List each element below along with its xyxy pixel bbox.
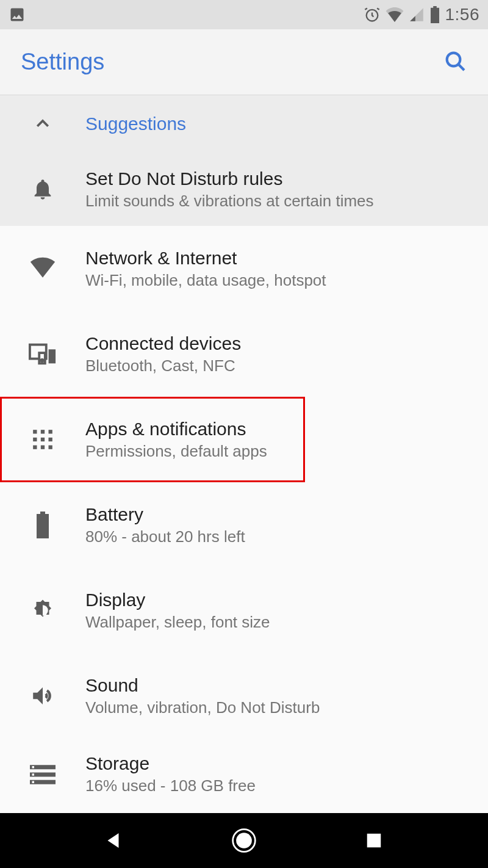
settings-item-display[interactable]: Display Wallpaper, sleep, font size (0, 568, 488, 653)
square-recents-icon (365, 831, 383, 850)
svg-point-1 (447, 52, 461, 66)
svg-rect-24 (367, 834, 381, 848)
brightness-icon (0, 598, 85, 623)
settings-item-sound[interactable]: Sound Volume, vibration, Do Not Disturb (0, 653, 488, 739)
suggestions-section: Suggestions Set Do Not Disturb rules Lim… (0, 95, 488, 226)
svg-rect-21 (32, 781, 35, 783)
item-title: Storage (85, 753, 473, 774)
circle-home-icon (231, 827, 257, 854)
settings-scroll[interactable]: Suggestions Set Do Not Disturb rules Lim… (0, 95, 488, 813)
svg-point-23 (236, 833, 252, 848)
svg-point-6 (41, 360, 43, 361)
storage-icon (0, 764, 85, 785)
svg-rect-12 (49, 438, 52, 441)
svg-rect-20 (32, 773, 35, 776)
svg-rect-13 (33, 446, 37, 449)
alarm-icon (364, 6, 381, 23)
settings-item-connected-devices[interactable]: Connected devices Bluetooth, Cast, NFC (0, 311, 488, 397)
battery-status-icon (429, 6, 440, 23)
suggestions-label: Suggestions (85, 114, 186, 134)
svg-rect-14 (41, 446, 45, 449)
svg-line-2 (458, 64, 464, 70)
item-sub: 16% used - 108 GB free (85, 776, 473, 795)
nav-back-button[interactable] (49, 830, 179, 852)
apps-icon (0, 428, 85, 451)
triangle-back-icon (103, 830, 125, 852)
svg-rect-10 (33, 438, 37, 441)
settings-item-battery[interactable]: Battery 80% - about 20 hrs left (0, 482, 488, 568)
suggestion-dnd-row[interactable]: Set Do Not Disturb rules Limit sounds & … (0, 153, 488, 226)
svg-rect-15 (49, 446, 52, 449)
settings-list: Network & Internet Wi-Fi, mobile, data u… (0, 226, 488, 795)
svg-rect-4 (49, 349, 56, 363)
svg-rect-19 (32, 766, 35, 769)
item-sub: Wi-Fi, mobile, data usage, hotspot (85, 271, 473, 290)
navigation-bar (0, 813, 488, 868)
chevron-up-icon (0, 115, 85, 133)
item-title: Display (85, 590, 473, 610)
item-title: Network & Internet (85, 248, 473, 269)
suggestion-title: Set Do Not Disturb rules (85, 168, 473, 189)
svg-rect-8 (41, 430, 45, 433)
item-title: Sound (85, 675, 473, 696)
svg-rect-11 (41, 438, 45, 441)
wifi-status-icon (386, 7, 404, 22)
suggestion-sub: Limit sounds & vibrations at certain tim… (85, 192, 473, 211)
search-icon (443, 49, 467, 73)
nav-recents-button[interactable] (309, 831, 439, 850)
settings-item-storage[interactable]: Storage 16% used - 108 GB free (0, 739, 488, 795)
item-sub: 80% - about 20 hrs left (85, 527, 473, 546)
suggestions-header[interactable]: Suggestions (0, 95, 488, 153)
devices-icon (0, 342, 85, 366)
image-notification-icon (9, 6, 26, 23)
nav-home-button[interactable] (179, 827, 309, 854)
search-button[interactable] (443, 49, 467, 76)
settings-item-network[interactable]: Network & Internet Wi-Fi, mobile, data u… (0, 226, 488, 311)
svg-rect-7 (33, 430, 37, 433)
item-sub: Bluetooth, Cast, NFC (85, 356, 473, 375)
item-title: Apps & notifications (85, 419, 290, 439)
svg-rect-9 (49, 430, 52, 433)
status-time: 1:56 (445, 5, 480, 24)
wifi-icon (0, 255, 85, 282)
status-bar: 1:56 (0, 0, 488, 29)
battery-icon (0, 512, 85, 538)
volume-icon (0, 683, 85, 709)
bell-icon (0, 177, 85, 201)
app-bar: Settings (0, 29, 488, 95)
settings-item-apps-notifications[interactable]: Apps & notifications Permissions, defaul… (0, 397, 305, 482)
page-title: Settings (21, 49, 104, 75)
item-title: Connected devices (85, 333, 473, 354)
cell-signal-icon (409, 7, 425, 23)
item-sub: Permissions, default apps (85, 442, 290, 461)
item-title: Battery (85, 504, 473, 525)
item-sub: Wallpaper, sleep, font size (85, 613, 473, 632)
item-sub: Volume, vibration, Do Not Disturb (85, 698, 473, 717)
